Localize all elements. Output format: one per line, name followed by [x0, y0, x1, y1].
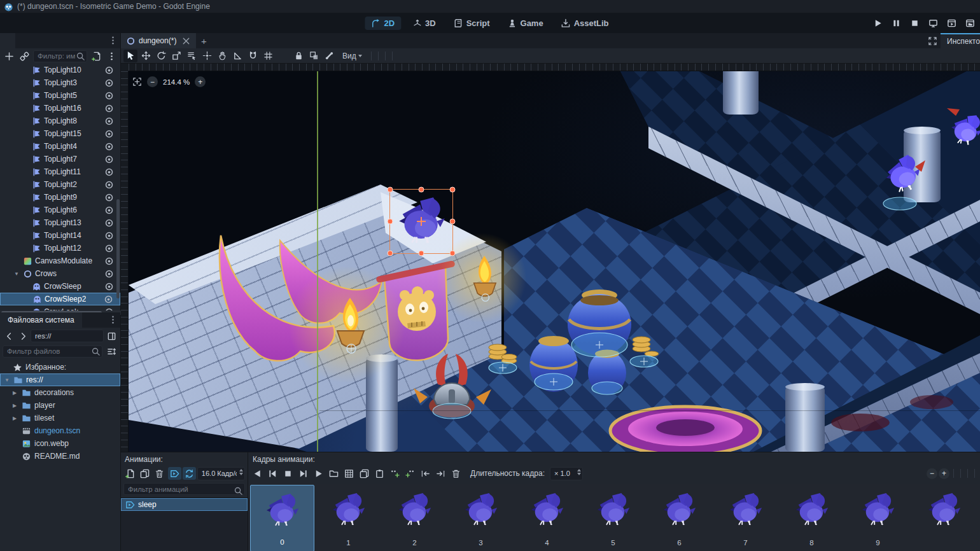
frame-tile[interactable]: 0 [250, 485, 314, 551]
scene-node-row[interactable]: TopLight6 [0, 204, 120, 216]
list-select-tool[interactable] [185, 50, 199, 62]
menu-project[interactable] [19, 20, 32, 25]
insert-after-button[interactable] [403, 467, 417, 480]
skeleton-button[interactable] [322, 50, 336, 62]
loop-toggle[interactable] [183, 467, 196, 480]
expand-viewport-icon[interactable] [924, 33, 941, 48]
visibility-eye-icon[interactable] [104, 180, 114, 190]
frame-tile[interactable]: 6 [647, 485, 711, 551]
frame-tile[interactable]: 5 [581, 485, 645, 551]
scene-node-row[interactable]: TopLight11 [0, 165, 120, 178]
duplicate-animation-button[interactable] [138, 467, 151, 480]
insert-before-button[interactable] [388, 467, 402, 480]
frame-tile[interactable]: 8 [780, 485, 844, 551]
scene-node-row[interactable]: CanvasModulate [0, 255, 120, 267]
scene-node-row[interactable]: TopLight3 [0, 76, 120, 89]
visibility-eye-icon[interactable] [104, 206, 114, 215]
snap-options[interactable] [276, 50, 290, 62]
paste-frame-button[interactable] [372, 467, 386, 480]
tab-2d[interactable]: 2D [365, 17, 401, 30]
scene-node-row[interactable]: TopLight7 [0, 153, 120, 165]
sleep[interactable]: sleep [121, 498, 248, 511]
new-animation-button[interactable] [123, 467, 137, 480]
tab-filesystem[interactable]: Файловая система [0, 312, 82, 328]
play-custom-scene-button[interactable] [963, 17, 976, 29]
scene-node-row[interactable]: TopLight10 [0, 64, 120, 76]
filesystem-dock-menu-icon[interactable] [108, 315, 118, 324]
scene-node-row[interactable]: TopLight8 [0, 115, 120, 127]
resize-handle[interactable] [450, 251, 456, 256]
tab-inspector[interactable]: Инспектор [941, 33, 980, 48]
scene-node-row[interactable]: CrowSleep [0, 280, 120, 293]
scene-node-row[interactable]: TopLight2 [0, 178, 120, 191]
resize-handle[interactable] [388, 219, 393, 225]
play-frames-button[interactable] [311, 467, 325, 480]
resize-handle[interactable] [388, 251, 393, 256]
frame-tile[interactable]: 3 [449, 485, 513, 551]
smart-snap-toggle[interactable] [246, 50, 260, 62]
fps-field[interactable] [198, 468, 244, 480]
file-row[interactable]: ▶ decorations [0, 386, 120, 399]
rotate-tool[interactable] [154, 50, 168, 62]
stop-button[interactable] [908, 17, 921, 29]
frames-zoom-out-button[interactable]: − [927, 468, 937, 479]
visibility-eye-icon[interactable] [104, 129, 114, 139]
frame-tile[interactable]: 4 [515, 485, 579, 551]
nav-back-icon[interactable] [3, 330, 15, 342]
file-row[interactable]: ▶ tileset [0, 412, 120, 424]
visibility-eye-icon[interactable] [104, 167, 114, 177]
play-backwards-end-button[interactable] [265, 467, 279, 480]
ruler-tool[interactable] [230, 50, 244, 62]
scene-tree-scrollbar[interactable] [116, 64, 120, 310]
file-row[interactable]: icon.webp [0, 437, 120, 450]
instance-scene-button[interactable] [18, 50, 31, 62]
frames-zoom-in-button[interactable]: + [939, 468, 949, 479]
play-button[interactable] [871, 17, 884, 29]
pan-tool[interactable] [215, 50, 229, 62]
menu-scene[interactable] [4, 20, 17, 25]
scene-node-row[interactable]: TopLight9 [0, 191, 120, 204]
file-row[interactable]: ▶ player [0, 399, 120, 412]
menu-editor[interactable] [50, 20, 62, 25]
center-view-icon[interactable] [132, 77, 142, 87]
visibility-eye-icon[interactable] [104, 155, 114, 164]
pause-button[interactable] [890, 17, 902, 29]
scene-node-row[interactable]: CrowLook [0, 305, 120, 310]
visibility-eye-icon[interactable] [104, 193, 114, 202]
frame-tile[interactable]: 1 [316, 485, 381, 551]
tab-assetlib[interactable]: AssetLib [555, 17, 615, 30]
visibility-eye-icon[interactable] [104, 104, 114, 113]
animation-filter-input[interactable] [123, 483, 245, 495]
split-view-icon[interactable] [105, 330, 118, 342]
scene-tab-dungeon[interactable]: dungeon(*) [121, 33, 196, 48]
resize-handle[interactable] [450, 219, 456, 225]
visibility-eye-icon[interactable] [104, 269, 114, 279]
expander-icon[interactable]: ▶ [13, 390, 18, 396]
spinner-icon[interactable] [239, 469, 243, 475]
selection-rect[interactable] [389, 189, 453, 254]
stop-frames-button[interactable] [281, 467, 295, 480]
select-tool[interactable] [123, 50, 137, 62]
new-scene-tab-button[interactable]: + [196, 33, 211, 48]
viewport-scene[interactable]: − 214.4 % + [129, 71, 980, 452]
visibility-eye-icon[interactable] [104, 295, 113, 304]
scene-node-row[interactable]: ▼ Crows [0, 267, 120, 280]
zoom-out-button[interactable]: − [147, 76, 158, 87]
frame-tile[interactable] [912, 485, 976, 551]
view-menu[interactable]: Вид [337, 50, 367, 62]
delete-animation-button[interactable] [153, 467, 166, 480]
file-row[interactable]: dungeon.tscn [0, 424, 120, 437]
visibility-eye-icon[interactable] [104, 218, 114, 228]
scale-tool[interactable] [169, 50, 183, 62]
resize-handle[interactable] [450, 187, 456, 193]
frame-tile[interactable]: 7 [713, 485, 778, 551]
tab-import-dock[interactable] [15, 33, 31, 48]
scene-node-row[interactable]: TopLight12 [0, 242, 120, 255]
copy-frame-button[interactable] [357, 467, 371, 480]
expander-icon[interactable]: ▶ [13, 415, 18, 421]
file-filter-input[interactable] [3, 345, 102, 358]
expander-icon[interactable]: ▼ [4, 377, 10, 383]
menu-help[interactable] [65, 20, 78, 25]
scene-node-row[interactable]: TopLight14 [0, 229, 120, 242]
expander-icon[interactable]: ▶ [13, 403, 18, 408]
